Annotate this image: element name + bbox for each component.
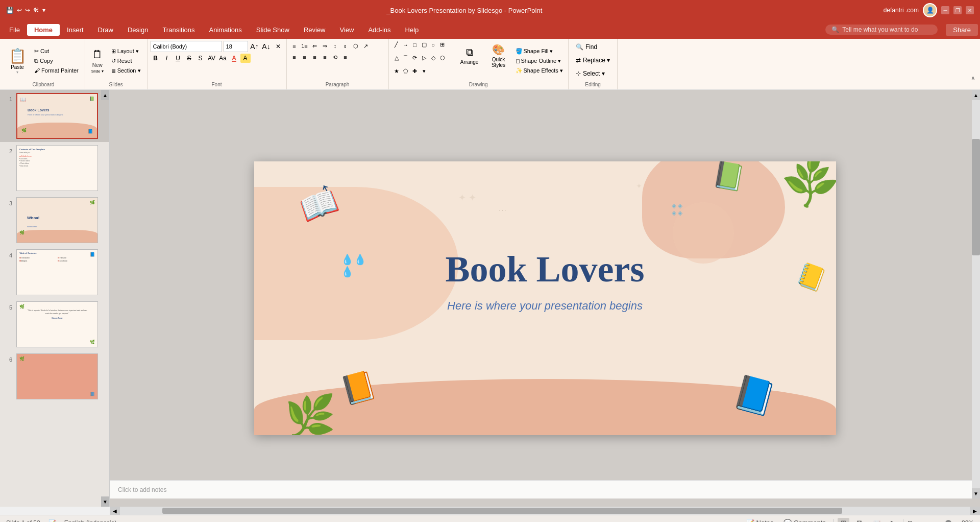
font-grow-button[interactable]: A↑ [250,42,260,51]
slide-preview-3[interactable]: 🌿 🌿 Whoa! some text here [16,197,98,243]
smartart-button[interactable]: ⬡ [351,41,360,51]
slide-preview-1[interactable]: 📖 📗 🌿 📘 Book Lovers Here is where your p… [16,93,98,139]
slide-panel-scroll-down[interactable]: ▼ [101,496,109,507]
align-left-button[interactable]: ≡ [290,53,299,62]
hscroll-left[interactable]: ◀ [110,507,120,515]
slide-thumbnail-6[interactable]: 6 🌿 📘 [0,350,109,402]
hscroll-right[interactable]: ▶ [970,507,980,515]
shape-effects-button[interactable]: ✨ Shape Effects ▾ [513,66,565,75]
menu-view[interactable]: View [333,24,361,36]
menu-draw[interactable]: Draw [91,24,120,36]
increase-indent-button[interactable]: ⇒ [321,41,330,51]
zoom-thumb[interactable] [945,520,951,523]
menu-design[interactable]: Design [120,24,155,36]
paste-dropdown[interactable]: ▾ [16,70,18,75]
undo-icon[interactable]: ↩ [17,7,22,14]
notes-button[interactable]: 📝 Notes [743,518,777,522]
align-right-button[interactable]: ≡ [310,53,320,62]
main-slide[interactable]: ↑ 🌿 📖 📗 📙 📘 📒 🌿 💧💧💧 ✦ ✦ ✦ · · · ◈ ◈◈ ◈ B… [254,161,836,435]
cut-button[interactable]: ✂ Cut [31,46,82,56]
align-center-button[interactable]: ≡ [300,53,309,62]
clear-format-button[interactable]: ✕ [273,42,283,51]
slideshow-button[interactable]: ▶ [888,518,899,522]
notes-area[interactable]: Click to add notes [110,480,972,499]
section-button[interactable]: ≣ Section ▾ [108,66,144,75]
shape-triangle[interactable]: △ [392,54,401,62]
shape-cross[interactable]: ✚ [410,67,420,75]
vscroll-up[interactable]: ▲ [972,90,980,100]
collapse-ribbon-button[interactable]: ∧ [969,74,977,82]
slide-preview-4[interactable]: Table of Contents 01 Introduction 02 Tra… [16,249,98,295]
restore-button[interactable]: ❐ [953,6,962,14]
shape-more[interactable]: ▾ [420,67,429,75]
font-family-input[interactable] [151,41,222,52]
shape-curve[interactable]: ⌒ [401,54,410,62]
menu-transitions[interactable]: Transitions [155,24,202,36]
slide-thumbnail-5[interactable]: 5 🌿 🌿 "This is a quote. Words full of wi… [0,298,109,350]
shadow-button[interactable]: S [195,54,206,63]
shape-rect[interactable]: □ [410,41,420,49]
close-button[interactable]: ✕ [966,6,974,14]
slide-preview-6[interactable]: 🌿 📘 [16,353,98,399]
menu-help[interactable]: Help [398,24,426,36]
slide-main-title[interactable]: Book Lovers [445,248,644,291]
columns-button[interactable]: ⫾ [341,41,350,51]
slide-preview-5[interactable]: 🌿 🌿 "This is a quote. Words full of wisd… [16,301,98,347]
title-bar-left[interactable]: 💾 ↩ ↪ 🛠 ▾ [6,7,45,14]
shape-outline-button[interactable]: ◻ Shape Outline ▾ [513,56,565,65]
notes-placeholder[interactable]: Click to add notes [118,486,166,493]
hscroll-track[interactable] [120,507,970,515]
change-case-button[interactable]: Aa [218,54,228,63]
shape-round[interactable]: ▢ [420,41,429,49]
bullets-button[interactable]: ≡ [290,41,299,51]
slide-thumbnail-3[interactable]: 3 🌿 🌿 Whoa! some text here [0,194,109,246]
minimize-button[interactable]: ─ [941,6,949,14]
arrange-button[interactable]: ⧉ Arrange [455,41,484,70]
menu-review[interactable]: Review [297,24,333,36]
copy-button[interactable]: ⧉ Copy [31,56,82,65]
highlight-button[interactable]: A [240,54,251,63]
shape-circle[interactable]: ○ [429,41,438,49]
shape-pentagon[interactable]: ⬠ [401,67,410,75]
shape-arrow[interactable]: → [401,41,410,49]
redo-icon[interactable]: ↪ [25,7,30,14]
char-spacing-button[interactable]: AV [207,54,217,63]
layout-button[interactable]: ⊞ Layout ▾ [108,46,144,56]
menu-addins[interactable]: Add-ins [361,24,398,36]
menu-file[interactable]: File [2,24,27,36]
quick-styles-button[interactable]: 🎨 Quick Styles [486,41,511,70]
reading-view-button[interactable]: 📖 [869,518,884,522]
fit-slide-button[interactable]: ⊡ [908,519,913,523]
bold-button[interactable]: B [151,54,161,63]
line-spacing-button[interactable]: ↕ [331,41,340,51]
new-slide-dropdown[interactable]: Slide ▾ [91,69,104,74]
align-text-button[interactable]: ≡ [341,53,350,62]
vscroll-thumb[interactable] [972,139,980,255]
share-button[interactable]: Share [946,24,978,36]
hscroll-thumb[interactable] [162,508,842,514]
text-dir-button[interactable]: ⟲ [331,53,340,62]
decrease-indent-button[interactable]: ⇐ [310,41,320,51]
shape-arc[interactable]: ⟳ [410,54,420,62]
search-box[interactable]: 🔍 Tell me what you want to do [825,25,938,35]
slide-main-subtitle[interactable]: Here is where your presentation begins [447,299,643,313]
font-color-button[interactable]: A [229,54,239,63]
shape-fill-button[interactable]: 🪣 Shape Fill ▾ [513,46,565,56]
shape-play[interactable]: ▷ [420,54,429,62]
underline-button[interactable]: U [173,54,183,63]
slide-thumbnail-1[interactable]: 1 📖 📗 🌿 📘 Book Lovers Here is where your… [0,90,109,142]
font-shrink-button[interactable]: A↓ [261,42,272,51]
shape-expand[interactable]: ⊞ [438,41,447,49]
reset-button[interactable]: ↺ Reset [108,56,144,65]
font-size-input[interactable] [224,41,248,52]
slide-thumbnail-2[interactable]: 2 Contents of This Template Some edits y… [0,142,109,194]
slide-thumbnail-4[interactable]: 4 Table of Contents 01 Introduction 02 T… [0,246,109,298]
menu-slideshow[interactable]: Slide Show [249,24,297,36]
strikethrough-button[interactable]: S [184,54,194,63]
comments-button[interactable]: 💬 Comments [780,518,828,522]
save-icon[interactable]: 💾 [6,7,14,14]
numbering-button[interactable]: 1≡ [300,41,309,51]
new-slide-button[interactable]: 🗒 New Slide ▾ [88,46,107,76]
find-button[interactable]: 🔍 Find [572,41,614,53]
menu-home[interactable]: Home [27,24,60,36]
